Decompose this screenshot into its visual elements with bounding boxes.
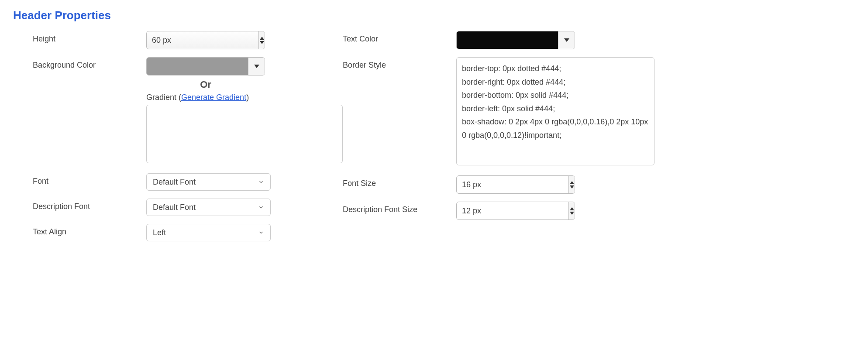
row-description-font-size: Description Font Size	[343, 202, 653, 220]
caret-down-icon	[254, 65, 259, 68]
gradient-prefix: Gradient (	[146, 93, 181, 102]
row-background-color: Background Color Or Gradient (Generate G…	[33, 57, 343, 165]
background-color-swatch	[147, 58, 248, 75]
description-font-select[interactable]: Default Font	[146, 199, 271, 216]
font-size-input[interactable]	[457, 176, 568, 193]
left-column: Height Background Color	[13, 31, 343, 249]
section-title: Header Properties	[13, 9, 855, 22]
font-select[interactable]: Default Font	[146, 173, 271, 191]
label-font-size: Font Size	[343, 175, 456, 188]
description-font-size-spinner-buttons[interactable]	[568, 202, 575, 220]
text-align-select-value: Left	[153, 228, 258, 237]
label-font: Font	[33, 173, 146, 186]
text-color-swatch	[457, 31, 558, 49]
label-description-font: Description Font	[33, 199, 146, 211]
description-font-size-input[interactable]	[457, 202, 568, 220]
description-font-select-value: Default Font	[153, 203, 258, 212]
gradient-suffix: )	[246, 93, 249, 102]
or-divider: Or	[146, 79, 265, 90]
text-color-dropdown-button[interactable]	[558, 31, 575, 49]
right-column: Text Color Border Style Font Size	[343, 31, 653, 249]
font-size-spinner-buttons[interactable]	[568, 176, 575, 193]
text-align-select[interactable]: Left	[146, 224, 271, 241]
row-description-font: Description Font Default Font	[33, 199, 343, 216]
gradient-textarea[interactable]	[146, 105, 343, 163]
row-text-align: Text Align Left	[33, 224, 343, 241]
generate-gradient-link[interactable]: Generate Gradient	[181, 93, 246, 102]
gradient-label-line: Gradient (Generate Gradient)	[146, 93, 343, 102]
text-color-picker[interactable]	[456, 31, 575, 49]
caret-up-icon	[570, 207, 574, 210]
row-font: Font Default Font	[33, 173, 343, 191]
chevron-down-icon	[258, 230, 264, 236]
chevron-down-icon	[258, 204, 264, 210]
caret-down-icon	[570, 212, 574, 215]
description-font-size-spinner[interactable]	[456, 202, 575, 220]
label-background-color: Background Color	[33, 57, 146, 70]
caret-up-icon	[570, 181, 574, 184]
form-container: Height Background Color	[13, 31, 855, 249]
height-input[interactable]	[147, 31, 258, 49]
height-spinner[interactable]	[146, 31, 265, 49]
caret-down-icon	[260, 41, 264, 44]
background-color-dropdown-button[interactable]	[248, 58, 265, 75]
height-spinner-buttons[interactable]	[258, 31, 265, 49]
chevron-down-icon	[258, 179, 264, 185]
row-text-color: Text Color	[343, 31, 653, 49]
label-text-color: Text Color	[343, 31, 456, 44]
font-size-spinner[interactable]	[456, 175, 575, 194]
row-border-style: Border Style	[343, 57, 653, 168]
caret-down-icon	[570, 185, 574, 189]
row-height: Height	[33, 31, 343, 49]
font-select-value: Default Font	[153, 178, 258, 187]
border-style-textarea[interactable]	[456, 57, 654, 165]
label-height: Height	[33, 31, 146, 44]
label-text-align: Text Align	[33, 224, 146, 237]
label-border-style: Border Style	[343, 57, 456, 70]
background-color-picker[interactable]	[146, 57, 265, 75]
caret-down-icon	[564, 38, 569, 42]
caret-up-icon	[260, 37, 264, 40]
label-description-font-size: Description Font Size	[343, 202, 456, 214]
row-font-size: Font Size	[343, 175, 653, 194]
